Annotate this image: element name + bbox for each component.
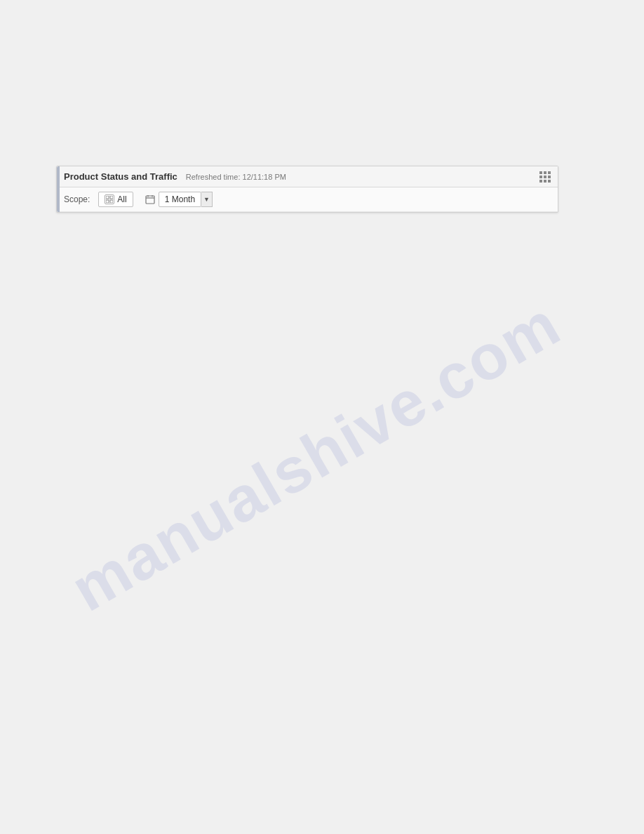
scope-button-icon [105, 194, 114, 204]
svg-rect-3 [110, 200, 113, 203]
svg-rect-1 [110, 196, 113, 199]
scope-value: All [117, 194, 126, 204]
page-wrapper: manualshive.com Product Status and Traff… [0, 0, 644, 834]
panel-refresh-time: Refreshed time: 12/11:18 PM [186, 173, 286, 181]
scope-selector-button[interactable]: All [98, 192, 133, 207]
panel-header-left: Product Status and Traffic Refreshed tim… [64, 171, 286, 182]
date-range-section: 1 Month ▼ [145, 192, 213, 207]
svg-rect-2 [106, 200, 109, 203]
watermark: manualshive.com [0, 121, 644, 792]
date-dropdown-container: 1 Month ▼ [159, 192, 213, 207]
svg-rect-4 [146, 196, 154, 204]
panel-accent [57, 166, 60, 212]
svg-rect-0 [106, 196, 109, 199]
panel-header: Product Status and Traffic Refreshed tim… [57, 166, 558, 187]
panel-title: Product Status and Traffic [64, 171, 177, 182]
calendar-icon [145, 194, 156, 205]
product-status-panel: Product Status and Traffic Refreshed tim… [56, 166, 558, 213]
grid-options-icon[interactable] [539, 171, 551, 183]
date-dropdown-arrow[interactable]: ▼ [201, 192, 213, 207]
scope-label: Scope: [64, 194, 90, 204]
panel-toolbar: Scope: All [57, 187, 558, 212]
date-range-value[interactable]: 1 Month [159, 192, 201, 207]
